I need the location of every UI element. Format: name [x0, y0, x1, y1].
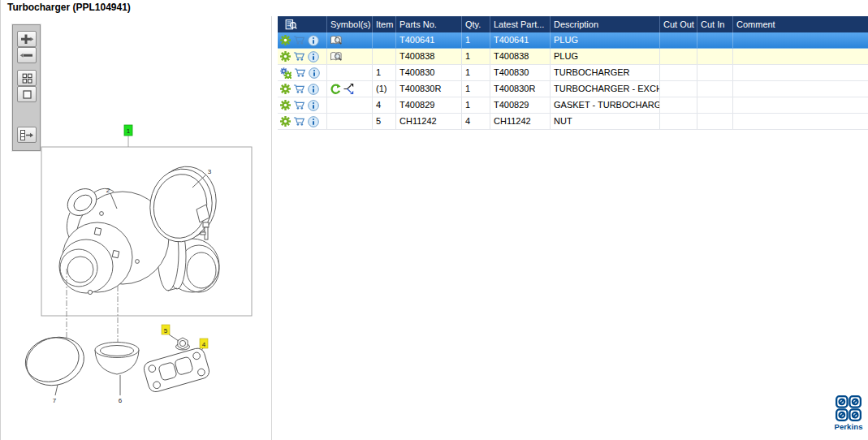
- callout-3[interactable]: 3: [208, 168, 212, 175]
- gear-icon[interactable]: [280, 116, 291, 127]
- cell-latest-part: T400829: [490, 97, 551, 113]
- cell-item: 4: [373, 97, 396, 113]
- picture-search-icon[interactable]: [330, 34, 343, 47]
- header-parts-no[interactable]: Parts No.: [396, 16, 462, 32]
- info-icon[interactable]: [308, 100, 319, 111]
- cart-icon[interactable]: [293, 115, 305, 127]
- cell-description: TURBOCHARGER: [551, 65, 660, 80]
- table-row[interactable]: 4 T400829 1 T400829 GASKET - TURBOCHARGE: [278, 97, 868, 114]
- callout-6[interactable]: 6: [119, 397, 123, 404]
- row-symbols: [327, 81, 373, 97]
- info-icon[interactable]: [308, 84, 319, 95]
- cell-cut-out: [660, 81, 697, 97]
- header-comment[interactable]: Comment: [733, 16, 868, 32]
- perkins-logo: Perkins: [831, 395, 866, 431]
- parts-table: Symbol(s) Item Parts No. Qty. Latest Par…: [278, 16, 868, 130]
- cell-cut-out: [660, 65, 697, 80]
- supersession-icon[interactable]: [330, 84, 341, 95]
- callout-1[interactable]: 1: [127, 127, 131, 135]
- header-latest-part[interactable]: Latest Part...: [490, 16, 551, 32]
- pane-divider[interactable]: [271, 16, 272, 440]
- gear-icon[interactable]: [280, 100, 291, 110]
- cell-qty: 1: [462, 81, 490, 97]
- cart-icon[interactable]: [294, 67, 306, 79]
- row-actions: [278, 81, 327, 97]
- parts-list-search-icon: [285, 19, 297, 31]
- gear-icon[interactable]: [280, 35, 291, 45]
- cell-cut-in: [697, 32, 733, 48]
- cell-cut-out: [660, 97, 697, 113]
- cell-cut-in: [697, 114, 733, 129]
- cell-parts-no: T400830R: [396, 81, 462, 97]
- split-arrow-icon[interactable]: [343, 83, 356, 95]
- cart-icon[interactable]: [293, 50, 305, 63]
- row-symbols: [327, 32, 373, 48]
- cell-description: NUT: [551, 114, 660, 129]
- header-parts-list[interactable]: [278, 16, 327, 32]
- cell-comment: [733, 81, 868, 97]
- cell-comment: [733, 97, 868, 113]
- header-item[interactable]: Item: [373, 16, 396, 32]
- info-icon[interactable]: [308, 116, 319, 127]
- table-row[interactable]: (1) T400830R 1 T400830R TURBOCHARGER - E…: [278, 81, 868, 97]
- header-cut-in[interactable]: Cut In: [697, 16, 733, 32]
- table-row[interactable]: 5 CH11242 4 CH11242 NUT: [278, 114, 868, 130]
- row-actions: [278, 97, 327, 113]
- row-actions: [278, 114, 327, 129]
- cell-item: 5: [373, 114, 396, 129]
- cart-icon[interactable]: [293, 99, 305, 111]
- cell-qty: 1: [462, 65, 490, 80]
- table-row[interactable]: 1 T400830 1 T400830 TURBOCHARGER: [278, 65, 868, 81]
- cell-cut-in: [697, 97, 733, 113]
- cell-item: (1): [373, 81, 396, 97]
- cell-qty: 1: [462, 97, 490, 113]
- cell-parts-no: CH11242: [396, 114, 462, 129]
- cell-comment: [733, 49, 868, 64]
- parts-diagram: 1 2 3 4 5 6 7: [1, 0, 271, 440]
- callout-4[interactable]: 4: [202, 341, 206, 348]
- cart-icon[interactable]: [293, 83, 305, 95]
- info-icon[interactable]: [308, 51, 319, 63]
- row-actions: [278, 49, 327, 64]
- table-header: Symbol(s) Item Parts No. Qty. Latest Par…: [278, 16, 868, 32]
- cell-latest-part: CH11242: [490, 114, 551, 129]
- cell-latest-part: T400838: [490, 49, 551, 64]
- plug-cap-drawing[interactable]: [19, 330, 90, 395]
- table-row[interactable]: T400641 1 T400641 PLUG: [278, 32, 868, 49]
- gear-icon[interactable]: [280, 51, 291, 62]
- row-symbols: [327, 65, 373, 80]
- cell-description: GASKET - TURBOCHARGE: [551, 97, 660, 113]
- plug-bowl-drawing[interactable]: [95, 343, 139, 396]
- gasket-drawing[interactable]: [142, 347, 210, 394]
- cell-description: PLUG: [551, 49, 660, 64]
- row-symbols: [327, 114, 373, 129]
- cell-cut-out: [660, 114, 697, 129]
- callout-2[interactable]: 2: [106, 187, 110, 194]
- header-cut-out[interactable]: Cut Out: [660, 16, 697, 32]
- cell-description: TURBOCHARGER - EXCHA: [551, 81, 660, 97]
- gear-icon[interactable]: [280, 84, 291, 94]
- cell-parts-no: T400829: [396, 97, 462, 113]
- cell-comment: [733, 32, 868, 48]
- info-icon[interactable]: [309, 67, 320, 79]
- cell-cut-out: [660, 32, 697, 48]
- header-description[interactable]: Description: [551, 16, 660, 32]
- cell-latest-part: T400830R: [490, 81, 551, 97]
- row-symbols: [327, 49, 373, 64]
- cell-latest-part: T400641: [490, 32, 551, 48]
- row-actions: [278, 32, 327, 48]
- cell-description: PLUG: [551, 32, 660, 48]
- info-icon[interactable]: [308, 35, 319, 46]
- table-row[interactable]: T400838 1 T400838 PLUG: [278, 49, 868, 65]
- perkins-logo-icon: [836, 395, 862, 421]
- cell-qty: 1: [462, 32, 490, 48]
- assembly-gears-icon[interactable]: [280, 67, 291, 79]
- picture-search-icon[interactable]: [330, 50, 343, 63]
- header-symbols[interactable]: Symbol(s): [327, 16, 373, 32]
- callout-5[interactable]: 5: [164, 327, 168, 334]
- cart-icon[interactable]: [293, 34, 305, 46]
- callout-7[interactable]: 7: [53, 397, 57, 404]
- app-window: Turbocharger (PPL104941): [0, 0, 868, 440]
- header-qty[interactable]: Qty.: [462, 16, 490, 32]
- nut-drawing[interactable]: [169, 334, 190, 350]
